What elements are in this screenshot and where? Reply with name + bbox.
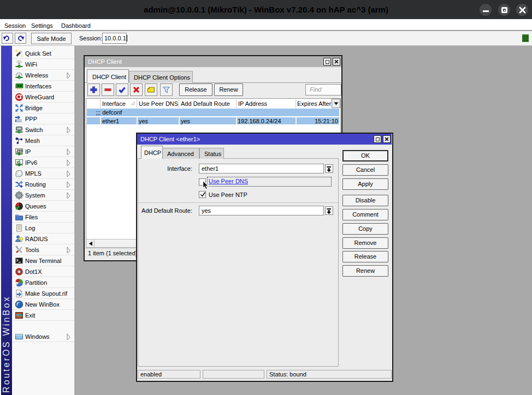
svg-text:255: 255 bbox=[16, 149, 22, 153]
svg-text:v6: v6 bbox=[16, 160, 21, 164]
